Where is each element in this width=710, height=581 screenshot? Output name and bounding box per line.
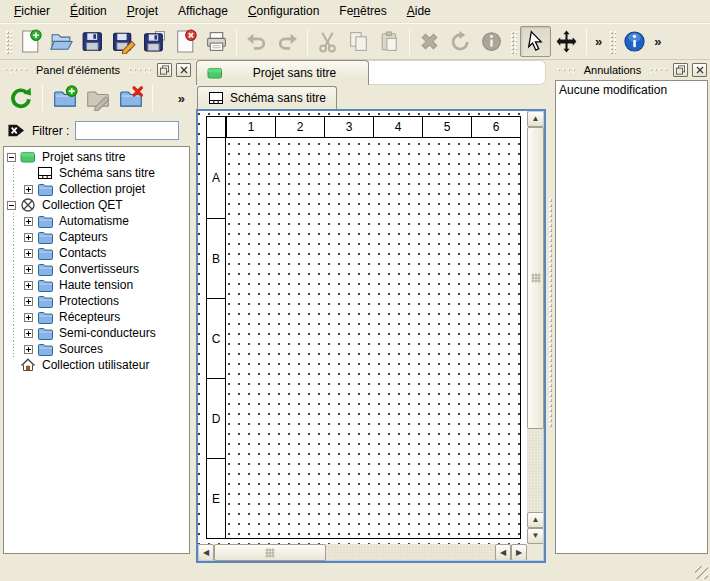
toolbar-handle[interactable] [510, 30, 517, 54]
move-tool-button[interactable] [551, 26, 582, 57]
dock-splitter[interactable] [546, 60, 553, 563]
tree-item-protections[interactable]: Protections [6, 293, 189, 309]
schema-canvas[interactable]: 123456ABCDE [198, 111, 527, 544]
expand-icon[interactable] [24, 281, 33, 290]
horizontal-scrollbar[interactable]: ◀ ◀ ▶ [198, 544, 527, 561]
tree-item-automatisme[interactable]: Automatisme [6, 213, 189, 229]
close-undo-panel-button[interactable] [692, 63, 707, 77]
tree-guide-line [6, 293, 23, 309]
expand-icon[interactable] [24, 249, 33, 258]
save-all-button[interactable] [139, 26, 170, 57]
copy-button[interactable] [343, 26, 374, 57]
save-as-button[interactable] [108, 26, 139, 57]
new-category-button[interactable] [49, 83, 80, 114]
tree-guide-line [6, 165, 23, 181]
expand-icon[interactable] [24, 329, 33, 338]
open-project-button[interactable] [46, 26, 77, 57]
elements-tree: Projet sans titreSchéma sans titreCollec… [3, 146, 190, 554]
reload-collections-button[interactable] [5, 83, 36, 114]
delete-button[interactable] [414, 26, 445, 57]
tree-item-capteurs[interactable]: Capteurs [6, 229, 189, 245]
select-tool-button[interactable] [520, 26, 551, 57]
filter-input[interactable] [75, 121, 179, 140]
save-button[interactable] [77, 26, 108, 57]
undo-button[interactable] [241, 26, 272, 57]
vertical-scroll-track[interactable] [527, 429, 544, 512]
clear-filter-icon[interactable] [7, 123, 26, 138]
paper-drawing-area[interactable] [226, 138, 520, 538]
expand-icon[interactable] [24, 297, 33, 306]
collapse-icon[interactable] [7, 153, 16, 162]
menu-aide[interactable]: Aide [398, 1, 440, 21]
tree-item-recepteurs[interactable]: Récepteurs [6, 309, 189, 325]
tree-item-projet-sans-titre[interactable]: Projet sans titre [6, 149, 189, 165]
undo-panel-titlebar[interactable]: Annulations [553, 60, 710, 79]
project-tab-icon-slot [207, 65, 223, 81]
tree-item-contacts[interactable]: Contacts [6, 245, 189, 261]
expand-icon[interactable] [24, 265, 33, 274]
horizontal-scroll-track[interactable] [326, 544, 495, 561]
size-grip[interactable] [695, 566, 708, 579]
tab-schema-sans-titre[interactable]: Schéma sans titre [197, 86, 337, 109]
blue-folder-icon [37, 213, 53, 229]
tree-item-label: Collection QET [42, 198, 123, 212]
tree-item-sources[interactable]: Sources [6, 341, 189, 357]
expand-icon[interactable] [24, 185, 33, 194]
help-overflow-button[interactable]: » [650, 34, 665, 49]
expand-icon[interactable] [24, 217, 33, 226]
scroll-left-button[interactable]: ◀ [198, 544, 214, 561]
undo-history-list[interactable]: Aucune modification [555, 80, 708, 554]
float-panel-button[interactable] [157, 63, 172, 77]
horizontal-scroll-thumb[interactable] [214, 544, 326, 561]
new-project-button[interactable] [15, 26, 46, 57]
scroll-up-button-2[interactable]: ▲ [527, 512, 544, 528]
tree-item-collection-utilisateur[interactable]: Collection utilisateur [6, 357, 189, 373]
blue-folder-icon [37, 229, 53, 245]
print-button[interactable] [201, 26, 232, 57]
panel-overflow-button[interactable]: » [174, 91, 189, 106]
tree-item-haute-tension[interactable]: Haute tension [6, 277, 189, 293]
tree-item-collection-projet[interactable]: Collection projet [6, 181, 189, 197]
tree-item-convertisseurs[interactable]: Convertisseurs [6, 261, 189, 277]
vertical-scrollbar[interactable]: ▲ ▲ ▼ [527, 111, 544, 544]
menu-edition[interactable]: Édition [61, 1, 116, 21]
expand-icon[interactable] [24, 345, 33, 354]
collapse-icon[interactable] [7, 201, 16, 210]
menu-fichier[interactable]: Fichier [5, 1, 59, 21]
tools-overflow-button[interactable]: » [591, 34, 606, 49]
menu-configuration[interactable]: Configuration [239, 1, 328, 21]
tree-item-schema-sans-titre[interactable]: Schéma sans titre [6, 165, 189, 181]
tab-projet-sans-titre[interactable]: Projet sans titre [196, 60, 369, 85]
close-icon [694, 64, 706, 76]
float-icon [158, 64, 171, 76]
edit-element-button[interactable] [82, 83, 113, 114]
cut-button[interactable] [312, 26, 343, 57]
close-panel-button[interactable] [176, 63, 191, 77]
tree-item-collection-qet[interactable]: Collection QET [6, 197, 189, 213]
expand-icon[interactable] [24, 233, 33, 242]
expand-icon[interactable] [24, 313, 33, 322]
redo-button[interactable] [272, 26, 303, 57]
scroll-left-button-2[interactable]: ◀ [495, 544, 511, 561]
close-file-button[interactable] [170, 26, 201, 57]
float-undo-panel-button[interactable] [673, 63, 688, 77]
toolbar-handle[interactable] [5, 30, 12, 54]
tree-item-semi-conducteurs[interactable]: Semi-conducteurs [6, 325, 189, 341]
scroll-right-button[interactable]: ▶ [511, 544, 527, 561]
menu-affichage[interactable]: Affichage [169, 1, 237, 21]
properties-button[interactable] [476, 26, 507, 57]
paste-button[interactable] [374, 26, 405, 57]
delete-category-button[interactable] [115, 83, 146, 114]
menu-fenetres[interactable]: Fenêtres [330, 1, 395, 21]
toolbar-handle[interactable] [609, 30, 616, 54]
vertical-scroll-thumb[interactable] [527, 127, 544, 429]
elements-panel-titlebar[interactable]: Panel d'éléments [0, 60, 194, 79]
scroll-up-button[interactable]: ▲ [527, 111, 544, 127]
undo-list-item[interactable]: Aucune modification [559, 83, 704, 99]
menu-projet[interactable]: Projet [118, 1, 167, 21]
about-button[interactable] [619, 26, 650, 57]
scroll-down-button[interactable]: ▼ [527, 528, 544, 544]
rotate-button[interactable] [445, 26, 476, 57]
tree-guide-line [6, 261, 23, 277]
schema-view: 123456ABCDE ▲ ▲ ▼ ◀ ◀ ▶ [196, 109, 546, 563]
